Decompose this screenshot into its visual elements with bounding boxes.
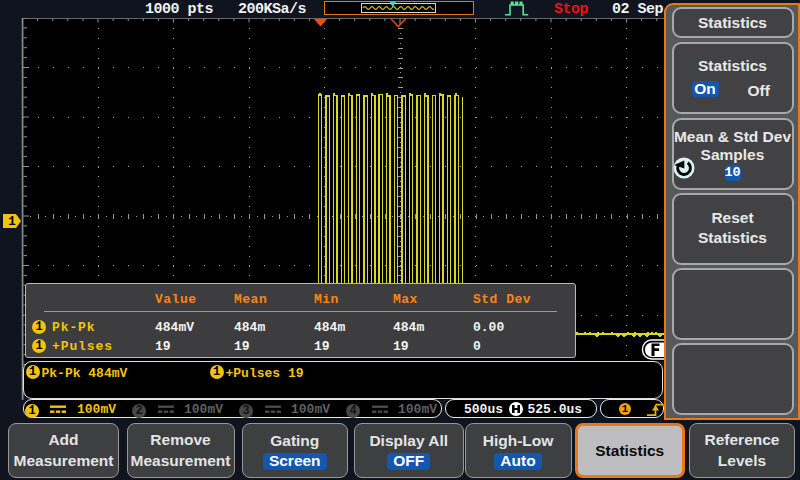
svg-text:1: 1 xyxy=(8,214,16,229)
